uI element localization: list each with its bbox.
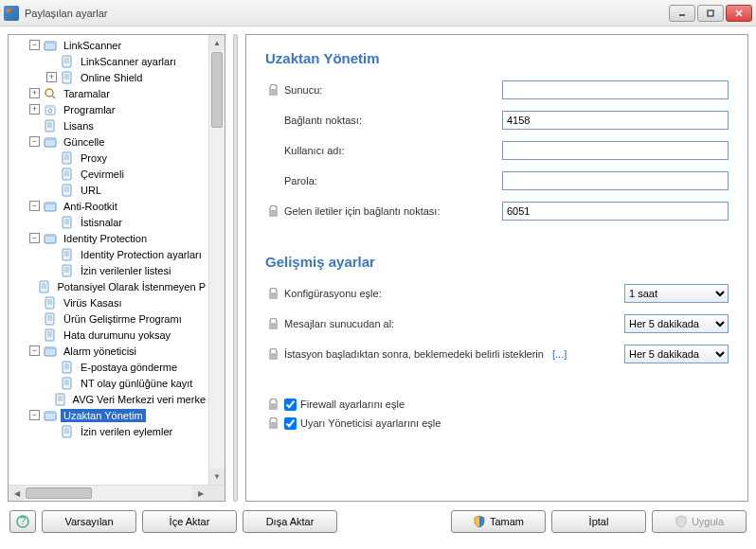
tree-item-label: Potansiyel Olarak İstenmeyen P <box>54 280 208 293</box>
collapse-icon[interactable]: − <box>29 136 40 147</box>
svg-rect-71 <box>63 362 71 373</box>
tree-item[interactable]: Potansiyel Olarak İstenmeyen P <box>9 278 225 294</box>
lock-icon[interactable] <box>265 316 280 331</box>
collapse-icon[interactable]: − <box>29 410 40 420</box>
tree-item[interactable]: E-postaya gönderme <box>9 359 225 375</box>
tree-item[interactable]: −Uzaktan Yönetim <box>9 407 225 423</box>
tree-item[interactable]: Virüs Kasası <box>9 294 225 310</box>
expand-icon[interactable]: + <box>29 88 40 98</box>
collapse-icon[interactable]: − <box>29 201 40 211</box>
tree-item[interactable]: −Güncelle <box>9 133 225 150</box>
username-input[interactable] <box>502 141 729 160</box>
page-icon <box>38 279 51 294</box>
tree-item[interactable]: Çevirmeli <box>9 166 225 182</box>
tree-item[interactable]: Identity Protection ayarları <box>9 246 225 262</box>
tree-item[interactable]: −Identity Protection <box>9 230 225 246</box>
tree-hscrollbar[interactable]: ◀ ▶ <box>9 485 225 501</box>
tree-item[interactable]: +Online Shield <box>9 69 225 85</box>
folder-icon <box>43 231 58 246</box>
section-remote-admin-title: Uzaktan Yönetim <box>265 50 729 66</box>
page-icon <box>60 215 75 230</box>
apply-button[interactable]: Uygula <box>652 510 747 533</box>
tree-item[interactable]: Hata durumunu yoksay <box>9 327 225 343</box>
scroll-left-icon[interactable]: ◀ <box>9 486 25 501</box>
maximize-button[interactable] <box>697 5 724 22</box>
minimize-button[interactable] <box>669 5 695 22</box>
password-input[interactable] <box>502 171 729 190</box>
import-button[interactable]: İçe Aktar <box>142 510 237 533</box>
lock-icon[interactable] <box>265 397 280 412</box>
server-input[interactable] <box>502 80 729 99</box>
scroll-right-icon[interactable]: ▶ <box>192 486 208 501</box>
tree-item[interactable]: İzin verilenler listesi <box>9 262 225 278</box>
station-ellipsis-link[interactable]: [...] <box>552 348 567 360</box>
tree-item-label: İzin verilen eylemler <box>78 425 175 438</box>
expand-icon[interactable]: + <box>29 104 40 115</box>
page-icon <box>43 328 58 343</box>
lock-icon[interactable] <box>265 416 280 431</box>
collapse-icon[interactable]: − <box>29 345 40 356</box>
tree-item[interactable]: Ürün Geliştirme Programı <box>9 310 225 327</box>
expand-icon[interactable]: + <box>46 72 57 82</box>
scroll-thumb-v[interactable] <box>211 52 223 128</box>
tree-item[interactable]: Proxy <box>9 150 225 166</box>
svg-rect-75 <box>63 378 71 389</box>
svg-rect-85 <box>63 426 71 437</box>
lock-icon[interactable] <box>265 204 280 219</box>
folder-icon <box>43 344 58 359</box>
firewall-sync-checkbox[interactable] <box>284 398 297 411</box>
app-icon <box>4 6 19 21</box>
tree-item[interactable]: −LinkScanner <box>9 37 225 53</box>
svg-line-15 <box>52 96 55 98</box>
cancel-button[interactable]: İptal <box>551 510 646 533</box>
page-icon <box>60 167 75 182</box>
close-button[interactable] <box>726 5 752 22</box>
tree-item[interactable]: −Anti-Rootkit <box>9 198 225 214</box>
ok-button[interactable]: Tamam <box>451 510 546 533</box>
tree-item-label: Ürün Geliştirme Programı <box>61 312 185 326</box>
port-input[interactable] <box>502 111 729 130</box>
lock-icon[interactable] <box>265 82 280 97</box>
svg-rect-39 <box>63 217 71 228</box>
alert-manager-sync-checkbox[interactable] <box>284 417 297 430</box>
scroll-up-icon[interactable]: ▲ <box>209 35 225 51</box>
scroll-down-icon[interactable]: ▼ <box>209 469 225 485</box>
collapse-icon[interactable]: − <box>29 40 40 50</box>
scroll-thumb-h[interactable] <box>26 487 92 499</box>
tree-item[interactable]: AVG Veri Merkezi veri merke <box>9 391 225 407</box>
settings-tree[interactable]: −LinkScannerLinkScanner ayarları+Online … <box>9 37 225 439</box>
svg-rect-38 <box>45 203 56 204</box>
lock-icon[interactable] <box>265 286 280 301</box>
splitter[interactable] <box>233 34 238 502</box>
tree-item[interactable]: İzin verilen eylemler <box>9 423 225 439</box>
tree-vscrollbar[interactable]: ▲ ▼ <box>208 35 225 485</box>
tree-item-label: İstisnalar <box>78 216 125 229</box>
tree-item-label: LinkScanner <box>61 39 124 52</box>
svg-rect-25 <box>63 152 71 164</box>
folder-icon <box>43 134 58 150</box>
tree-item-label: E-postaya gönderme <box>78 361 180 374</box>
svg-rect-6 <box>63 56 71 67</box>
tree-item[interactable]: +Programlar <box>9 101 225 117</box>
tree-item[interactable]: NT olay günlüğüne kayıt <box>9 375 225 391</box>
tree-item[interactable]: Lisans <box>9 117 225 133</box>
tree-item[interactable]: +Taramalar <box>9 85 225 101</box>
retrieve-messages-select[interactable]: Her 5 dakikada <box>624 314 729 333</box>
tree-item-label: Alarm yöneticisi <box>61 345 139 358</box>
station-start-select[interactable]: Her 5 dakikada <box>624 345 729 363</box>
tree-item[interactable]: URL <box>9 182 225 198</box>
defaults-button[interactable]: Varsayılan <box>42 510 136 533</box>
export-button[interactable]: Dışa Aktar <box>243 510 337 533</box>
help-button[interactable]: ? <box>9 510 36 533</box>
page-icon <box>60 54 75 69</box>
svg-rect-61 <box>45 313 54 325</box>
tree-item[interactable]: −Alarm yöneticisi <box>9 343 225 359</box>
sync-config-select[interactable]: 1 saat <box>624 284 729 303</box>
tree-item-label: Anti-Rootkit <box>61 200 120 213</box>
tree-item-label: AVG Veri Merkezi veri merke <box>70 393 208 406</box>
tree-item[interactable]: LinkScanner ayarları <box>9 53 225 69</box>
incoming-port-input[interactable] <box>502 202 729 221</box>
collapse-icon[interactable]: − <box>29 233 40 243</box>
lock-icon[interactable] <box>265 346 280 362</box>
tree-item[interactable]: İstisnalar <box>9 214 225 230</box>
